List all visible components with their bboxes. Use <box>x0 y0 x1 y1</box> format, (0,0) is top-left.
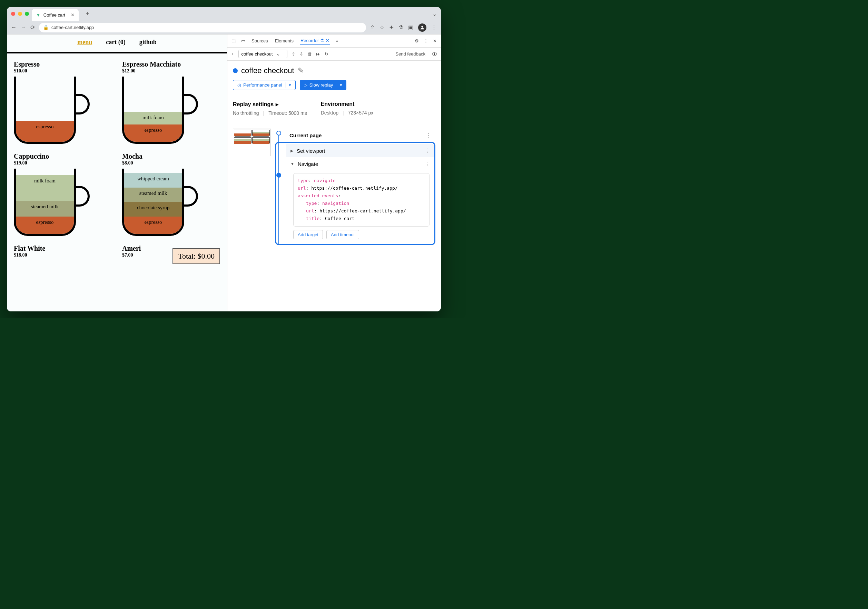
coffee-name: Cappuccino <box>14 152 112 160</box>
mug-icon: whipped cream steamed milk chocolate syr… <box>122 168 198 238</box>
app-pane: menu cart (0) github Espresso $10.00 esp… <box>7 34 227 311</box>
nav-cart-link[interactable]: cart (0) <box>106 39 125 46</box>
add-recording-icon[interactable]: + <box>231 51 234 57</box>
recording-select[interactable]: coffee checkout ⌄ <box>239 49 288 58</box>
layer-chocsyrup: chocolate syrup <box>124 202 182 216</box>
tab-elements[interactable]: Elements <box>274 37 294 45</box>
share-icon[interactable]: ⇧ <box>370 24 375 31</box>
layer-espresso: espresso <box>16 121 74 142</box>
layer-steamedmilk: steamed milk <box>16 201 74 216</box>
menu-grid: Espresso $10.00 espresso Espresso Macchi… <box>7 53 227 267</box>
panel-icon[interactable]: ▣ <box>408 24 413 31</box>
layer-whipped: whipped cream <box>124 173 182 188</box>
devtools-kebab-icon[interactable]: ⋮ <box>424 38 428 43</box>
chevron-down-icon[interactable]: ▼ <box>290 162 294 166</box>
coffee-name: Espresso <box>14 60 112 68</box>
performance-panel-button[interactable]: ◷ Performance panel ▾ <box>233 80 296 90</box>
bookmark-icon[interactable]: ☆ <box>380 24 384 31</box>
selected-steps-box: ▶ Set viewport ⋮ ▼ Navigate ⋮ type: navi… <box>275 142 436 245</box>
coffee-price: $10.00 <box>14 68 112 74</box>
coffee-name: Espresso Macchiato <box>122 60 220 68</box>
mug-icon: milk foam steamed milk espresso <box>14 168 90 238</box>
recording-dot-icon <box>233 68 238 73</box>
loop-icon[interactable]: ↻ <box>325 51 329 57</box>
screenshot-thumbnail[interactable] <box>233 128 271 156</box>
send-feedback-link[interactable]: Send feedback <box>395 51 425 57</box>
maximize-window-button[interactable] <box>25 12 29 16</box>
labs-icon[interactable]: ⚗ <box>398 24 403 31</box>
slow-replay-button[interactable]: ▷ Slow replay ▾ <box>300 80 346 90</box>
inspect-icon[interactable]: ⬚ <box>231 38 236 43</box>
back-button[interactable]: ← <box>11 24 17 31</box>
tab-sources[interactable]: Sources <box>251 37 269 45</box>
account-icon[interactable] <box>418 23 426 32</box>
coffee-name: Flat White <box>14 244 112 252</box>
step-kebab-icon[interactable]: ⋮ <box>426 132 431 138</box>
tab-recorder[interactable]: Recorder ⚗ ✕ <box>300 37 330 45</box>
close-tab-icon[interactable]: ✕ <box>71 12 74 18</box>
step-icon[interactable]: ⏭ <box>316 51 321 57</box>
coffee-item-mocha[interactable]: Mocha $8.00 whipped cream steamed milk c… <box>122 152 220 238</box>
coffee-price: $12.00 <box>122 68 220 74</box>
nav-github-link[interactable]: github <box>140 39 157 46</box>
address-bar: ← → ⟳ 🔒 coffee-cart.netlify.app ⇧ ☆ ✦ ⚗ … <box>7 21 441 34</box>
layer-milkfoam: milk foam <box>124 112 182 125</box>
close-window-button[interactable] <box>11 12 15 16</box>
content-area: menu cart (0) github Espresso $10.00 esp… <box>7 34 441 311</box>
environment-heading: Environment <box>321 101 374 107</box>
recorder-main: coffee checkout ✎ ◷ Performance panel ▾ … <box>227 61 441 311</box>
play-icon: ▷ <box>304 82 307 88</box>
step-label: Current page <box>290 133 322 138</box>
step-kebab-icon[interactable]: ⋮ <box>425 148 430 154</box>
layer-espresso: espresso <box>16 216 74 234</box>
recording-title: coffee checkout <box>241 66 294 75</box>
more-tabs-icon[interactable]: » <box>336 38 338 43</box>
edit-title-icon[interactable]: ✎ <box>298 66 304 75</box>
tab-title: Coffee cart <box>43 12 65 18</box>
url-input[interactable]: 🔒 coffee-cart.netlify.app <box>39 23 366 32</box>
chevron-down-icon[interactable]: ▾ <box>337 82 342 88</box>
delete-icon[interactable]: 🗑 <box>307 51 312 57</box>
reload-button[interactable]: ⟳ <box>30 24 35 31</box>
total-badge[interactable]: Total: $0.00 <box>172 248 220 264</box>
chevron-right-icon[interactable]: ▶ <box>290 148 293 153</box>
tabs-chevron-icon[interactable]: ⌄ <box>432 11 437 17</box>
coffee-name: Mocha <box>122 152 220 160</box>
vue-favicon-icon: ▼ <box>36 12 41 18</box>
gear-icon[interactable]: ⚙ <box>415 38 419 43</box>
coffee-item-espresso[interactable]: Espresso $10.00 espresso <box>14 60 112 145</box>
mug-icon: espresso <box>14 77 90 145</box>
export-icon[interactable]: ⇧ <box>291 51 295 57</box>
coffee-item-flatwhite[interactable]: Flat White $18.00 <box>14 244 112 261</box>
help-icon[interactable]: ⓘ <box>432 51 437 57</box>
browser-tab[interactable]: ▼ Coffee cart ✕ <box>32 9 79 21</box>
replay-settings[interactable]: Replay settings ▸ No throttling | Timeou… <box>233 101 307 116</box>
add-timeout-button[interactable]: Add timeout <box>326 230 359 239</box>
coffee-item-cappuccino[interactable]: Cappuccino $19.00 milk foam steamed milk… <box>14 152 112 238</box>
recording-title-row: coffee checkout ✎ <box>233 66 436 75</box>
viewport-value: 723×574 px <box>348 110 374 116</box>
minimize-window-button[interactable] <box>18 12 22 16</box>
step-set-viewport[interactable]: ▶ Set viewport ⋮ <box>286 144 434 157</box>
nav-menu-link[interactable]: menu <box>77 39 92 46</box>
menu-kebab-icon[interactable]: ⋮ <box>431 24 437 31</box>
coffee-item-macchiato[interactable]: Espresso Macchiato $12.00 milk foam espr… <box>122 60 220 145</box>
new-tab-button[interactable]: + <box>85 10 89 18</box>
lock-icon: 🔒 <box>43 25 49 30</box>
step-navigate[interactable]: ▼ Navigate ⋮ <box>286 157 434 170</box>
forward-button[interactable]: → <box>21 24 26 31</box>
device-toggle-icon[interactable]: ▭ <box>241 38 245 43</box>
timeout-value: Timeout: 5000 ms <box>268 110 307 116</box>
chevron-down-icon[interactable]: ▾ <box>286 82 291 88</box>
add-target-button[interactable]: Add target <box>293 230 323 239</box>
import-icon[interactable]: ⇩ <box>299 51 303 57</box>
environment-settings: Environment Desktop | 723×574 px <box>321 101 374 116</box>
svg-point-0 <box>421 26 423 27</box>
step-current-page[interactable]: Current page ⋮ <box>285 128 436 142</box>
coffee-price: $8.00 <box>122 160 220 166</box>
extension-icon[interactable]: ✦ <box>389 24 394 31</box>
recorder-toolbar: + coffee checkout ⌄ ⇧ ⇩ 🗑 ⏭ ↻ Send feedb… <box>227 48 441 61</box>
coffee-price: $19.00 <box>14 160 112 166</box>
close-devtools-icon[interactable]: ✕ <box>433 38 437 43</box>
step-kebab-icon[interactable]: ⋮ <box>425 161 430 167</box>
